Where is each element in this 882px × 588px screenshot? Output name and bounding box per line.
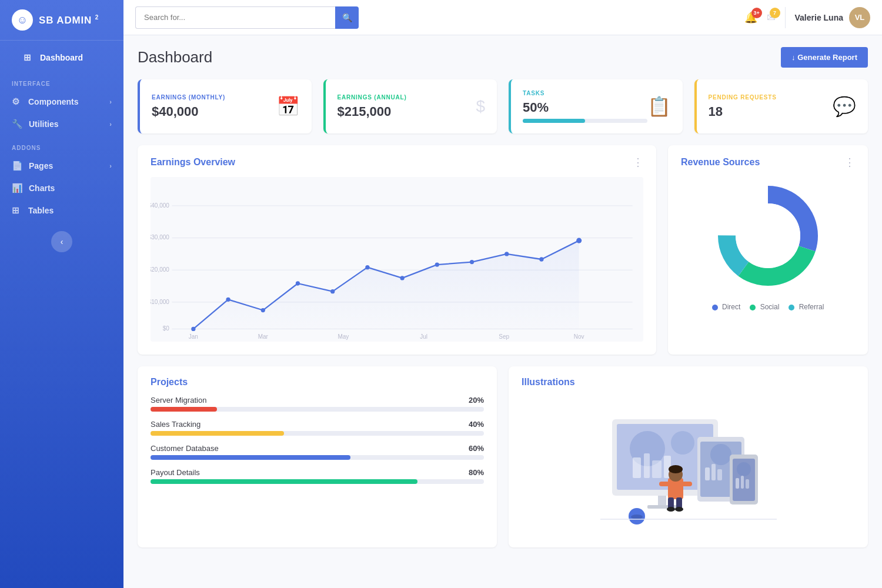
svg-rect-46: [705, 467, 710, 480]
sidebar-item-pages[interactable]: 📄 Pages ›: [0, 155, 123, 177]
more-options-icon[interactable]: ⋮: [633, 156, 643, 169]
stat-card-earnings-annual: EARNINGS (ANNUAL) $215,000 $: [323, 79, 497, 133]
svg-point-19: [261, 308, 265, 312]
stat-label: EARNINGS (MONTHLY): [152, 94, 225, 101]
svg-rect-59: [681, 482, 692, 486]
progress-fill: [151, 431, 284, 436]
topbar-divider: [785, 7, 786, 28]
earnings-chart-card: Earnings Overview ⋮ $40,000 $30,000: [138, 145, 656, 355]
main-content: 🔍 🔔 3+ ✉ 7 Valerie Luna VL: [123, 0, 882, 588]
referral-dot: [789, 305, 794, 310]
svg-rect-47: [711, 464, 716, 480]
legend-referral: Referral: [789, 303, 824, 311]
project-row-header: Payout Details 80%: [151, 468, 484, 477]
project-pct: 60%: [469, 444, 484, 453]
sidebar-item-utilities[interactable]: 🔧 Utilities ›: [0, 113, 123, 135]
sidebar-item-tables[interactable]: ⊞ Tables: [0, 199, 123, 222]
svg-rect-48: [717, 469, 722, 480]
stat-card-earnings-monthly: EARNINGS (MONTHLY) $40,000 📅: [138, 79, 312, 133]
topbar: 🔍 🔔 3+ ✉ 7 Valerie Luna VL: [123, 0, 882, 35]
project-row-header: Customer Database 60%: [151, 444, 484, 453]
projects-card-header: Projects: [151, 377, 484, 387]
messages-count: 7: [770, 8, 780, 18]
direct-dot: [712, 305, 718, 310]
svg-point-51: [737, 462, 751, 476]
project-pct: 20%: [469, 396, 484, 405]
sidebar-item-dashboard[interactable]: ⊞ Dashboard: [12, 46, 112, 69]
sidebar-section-addons: ADDONS: [0, 135, 123, 155]
project-name: Customer Database: [151, 444, 219, 453]
svg-point-45: [710, 444, 731, 465]
stat-card-pending: PENDING REQUESTS 18 💬: [694, 79, 868, 133]
stat-value: $40,000: [152, 104, 225, 119]
donut-chart-wrap: Direct Social Referral: [681, 177, 855, 311]
search-icon: 🔍: [342, 13, 352, 22]
chat-icon: 💬: [833, 95, 856, 118]
chevron-right-icon: ›: [109, 98, 112, 105]
projects-title: Projects: [151, 377, 188, 387]
brand-icon: ☺: [12, 9, 33, 31]
user-info[interactable]: Valerie Luna VL: [795, 7, 870, 28]
search-container: 🔍: [135, 6, 359, 29]
generate-report-button[interactable]: ↓ Generate Report: [781, 47, 868, 68]
svg-point-24: [435, 262, 439, 266]
svg-text:Jan: Jan: [189, 333, 198, 340]
svg-text:$40,000: $40,000: [151, 202, 169, 209]
svg-point-63: [675, 507, 683, 512]
progress-fill: [151, 407, 217, 412]
sidebar-collapse-button[interactable]: ‹: [51, 231, 72, 252]
stat-card-tasks: TASKS 50% 📋: [509, 79, 683, 133]
svg-rect-53: [741, 476, 744, 489]
svg-point-32: [736, 203, 800, 268]
legend-social: Social: [750, 303, 779, 311]
projects-card: Projects Server Migration 20% Sales Trac…: [138, 366, 497, 547]
svg-text:Mar: Mar: [258, 333, 269, 340]
illustrations-card: Illustrations: [509, 366, 868, 547]
progress-fill: [151, 479, 417, 484]
earnings-chart-title: Earnings Overview: [151, 157, 235, 168]
task-progress: [523, 119, 647, 123]
progress-bar-bg: [151, 479, 484, 484]
svg-text:Sep: Sep: [499, 333, 509, 340]
charts-icon: 📊: [12, 183, 23, 193]
project-name: Sales Tracking: [151, 420, 201, 429]
search-input[interactable]: [135, 6, 335, 29]
svg-point-36: [671, 431, 694, 455]
pages-icon: 📄: [12, 161, 23, 171]
svg-point-21: [330, 289, 335, 293]
illustrations-header: Illustrations: [522, 377, 855, 387]
stat-value: 18: [709, 104, 777, 119]
sidebar-item-label: Pages: [29, 161, 53, 171]
search-button[interactable]: 🔍: [335, 6, 359, 29]
messages-badge[interactable]: ✉ 7: [767, 11, 776, 24]
project-row-payout-details: Payout Details 80%: [151, 468, 484, 484]
earnings-line-chart: $40,000 $30,000 $20,000 $10,000 $0 Jan M…: [151, 177, 643, 344]
more-options-icon[interactable]: ⋮: [844, 156, 855, 169]
page-content: Dashboard ↓ Generate Report EARNINGS (MO…: [123, 35, 882, 588]
legend-direct: Direct: [712, 303, 741, 311]
project-pct: 80%: [469, 468, 484, 477]
progress-bar-bg: [151, 455, 484, 460]
svg-text:Jul: Jul: [420, 333, 427, 340]
svg-rect-39: [652, 460, 662, 478]
sidebar-item-components[interactable]: ⚙ Components ›: [0, 91, 123, 113]
sidebar-item-label: Dashboard: [40, 53, 83, 62]
svg-point-57: [669, 465, 683, 473]
donut-legend: Direct Social Referral: [712, 303, 824, 311]
progress-bar-bg: [151, 407, 484, 412]
sidebar: ☺ SB ADMIN 2 ⊞ Dashboard INTERFACE ⚙ Com…: [0, 0, 123, 588]
utilities-icon: 🔧: [12, 119, 23, 129]
svg-point-22: [365, 265, 369, 269]
svg-point-23: [400, 276, 404, 280]
charts-row: Earnings Overview ⋮ $40,000 $30,000: [138, 145, 868, 355]
svg-text:$0: $0: [163, 325, 170, 332]
project-name: Server Migration: [151, 396, 206, 405]
svg-point-27: [539, 257, 543, 261]
stat-cards: EARNINGS (MONTHLY) $40,000 📅 EARNINGS (A…: [138, 79, 868, 133]
clipboard-icon: 📋: [647, 95, 671, 118]
alerts-badge[interactable]: 🔔 3+: [744, 11, 757, 24]
sidebar-item-charts[interactable]: 📊 Charts: [0, 177, 123, 199]
sidebar-brand[interactable]: ☺ SB ADMIN 2: [0, 0, 123, 41]
tables-icon: ⊞: [12, 205, 22, 216]
svg-point-18: [226, 298, 230, 302]
